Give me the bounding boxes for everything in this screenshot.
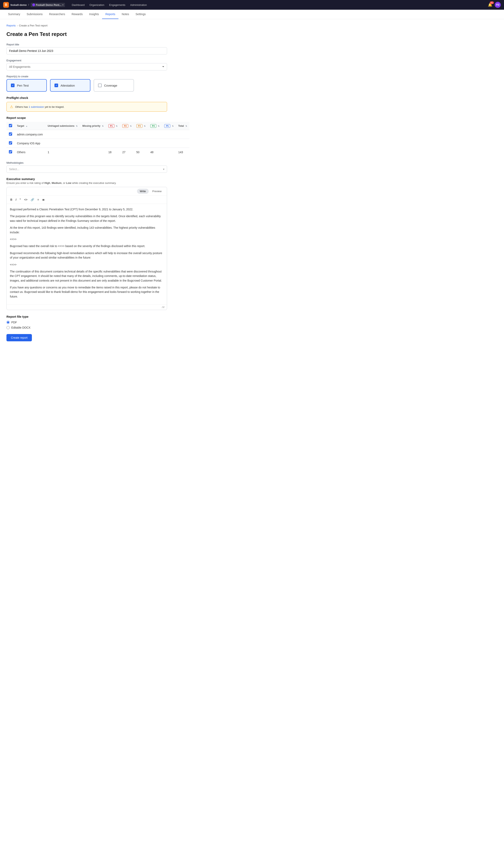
notif-count: 41 [490, 1, 494, 4]
subnav-insights[interactable]: Insights [86, 10, 102, 19]
row2-p3 [134, 139, 148, 148]
th-total: Total ⇅ [176, 122, 190, 130]
report-types-group: Report(s) to create ✓ Pen Test ✓ Attesta… [6, 75, 167, 92]
top-nav-links: Dashboard Organization Engagements Admin… [70, 2, 149, 8]
top-nav-right: 🔔 41 FD [488, 2, 501, 8]
format-italic-button[interactable]: I [14, 197, 18, 202]
pen-test-checkbox: ✓ [11, 84, 15, 87]
report-title-group: Report title [6, 43, 167, 54]
p5-sort-icon: ⇅ [172, 125, 174, 127]
preflight-warning: ⚠ Others has 1 submission yet to be tria… [6, 102, 167, 112]
exec-summary-group: Executive summary Ensure you enter a ris… [6, 177, 167, 310]
warning-text-pre: Others has [15, 105, 29, 108]
file-type-docx[interactable]: Editable DOCX [6, 326, 167, 329]
form-actions: Create report [6, 334, 167, 341]
report-type-pen-test[interactable]: ✓ Pen Test [6, 79, 47, 92]
row3-checkbox[interactable] [9, 150, 12, 154]
subnav-reports[interactable]: Reports [102, 10, 119, 19]
row1-missing-priority [80, 130, 106, 139]
notifications-button[interactable]: 🔔 41 [488, 3, 492, 7]
nav-organization[interactable]: Organization [87, 2, 106, 8]
row2-p4 [148, 139, 162, 148]
pdf-radio[interactable] [6, 321, 10, 324]
report-scope-group: Report scope Target ▲ Untriaged submissi… [6, 116, 167, 156]
th-total-label: Total [178, 125, 184, 127]
brand-separator: / [28, 3, 29, 6]
docx-label: Editable DOCX [11, 326, 31, 329]
methodologies-dropdown[interactable]: Select... ▾ [6, 165, 167, 173]
methodologies-label: Methodologies [6, 161, 167, 164]
p3-badge: P3 [137, 124, 142, 128]
format-bold-button[interactable]: B [9, 197, 14, 202]
report-type-coverage[interactable]: Coverage [94, 79, 134, 92]
row3-p2: 27 [120, 148, 134, 157]
p5-badge: P5 [164, 124, 170, 128]
engagement-select[interactable]: All Engagements [6, 63, 167, 70]
nav-engagements[interactable]: Engagements [107, 2, 127, 8]
program-chevron-icon: ▾ [62, 4, 64, 6]
editor-footer: ↓M [7, 304, 167, 310]
warning-link[interactable]: 1 submission [29, 105, 44, 108]
page-content: Reports › Create a Pen Test report Creat… [0, 19, 174, 346]
row2-checkbox[interactable] [9, 141, 12, 144]
select-all-checkbox[interactable] [9, 124, 12, 127]
subnav-settings[interactable]: Settings [132, 10, 149, 19]
report-type-attestation[interactable]: ✓ Attestation [50, 79, 90, 92]
format-code-button[interactable]: <> [23, 197, 29, 202]
editor-body[interactable]: Bugcrowd performed a Classic Penetration… [7, 204, 167, 304]
row1-total [176, 130, 190, 139]
row3-p1: 18 [106, 148, 120, 157]
breadcrumb-current: Create a Pen Test report [19, 24, 48, 27]
editor-para-2: The purpose of this program was to ident… [10, 214, 164, 223]
preflight-label: Preflight check [6, 96, 167, 100]
nav-dashboard[interactable]: Dashboard [70, 2, 87, 8]
engagement-group: Engagement All Engagements [6, 59, 167, 70]
editor-para-8: The continuation of this document contai… [10, 269, 164, 283]
subnav-notes[interactable]: Notes [119, 10, 132, 19]
methodologies-chevron-icon: ▾ [163, 167, 164, 171]
p3-sort-icon: ⇅ [144, 125, 145, 127]
row3-checkbox-cell [6, 148, 15, 157]
user-avatar[interactable]: FD [495, 2, 501, 8]
total-sort-icon: ⇅ [185, 125, 187, 127]
row2-total [176, 139, 190, 148]
methodologies-group: Methodologies Select... ▾ [6, 161, 167, 173]
editor-para-6: Bugcrowd recommends the following high-l… [10, 251, 164, 260]
exec-hint-suffix: while creating the executive summary. [71, 181, 116, 184]
row2-checkbox-cell [6, 139, 15, 148]
format-list-button[interactable]: ≡ [36, 197, 40, 202]
subnav-rewards[interactable]: Rewards [68, 10, 86, 19]
p1-badge: P1 [108, 124, 114, 128]
editor-format-bar: B I " <> 🔗 ≡ ≣ [7, 196, 167, 204]
program-selector[interactable]: Feskafi Demo Pent... ▾ [31, 3, 65, 7]
breadcrumb-reports-link[interactable]: Reports [6, 24, 16, 27]
subnav-submissions[interactable]: Submissions [23, 10, 46, 19]
th-p5: P5 ⇅ [162, 122, 176, 130]
th-p2: P2 ⇅ [120, 122, 134, 130]
format-quote-button[interactable]: " [18, 197, 22, 202]
row1-p3 [134, 130, 148, 139]
report-title-input[interactable] [6, 47, 167, 54]
breadcrumb: Reports › Create a Pen Test report [6, 24, 167, 27]
row1-p1 [106, 130, 120, 139]
brand[interactable]: B feskafi-demo / Feskafi Demo Pent... ▾ [3, 2, 65, 8]
exec-hint-high: High [44, 181, 50, 184]
row1-checkbox[interactable] [9, 132, 12, 136]
docx-radio[interactable] [6, 326, 10, 329]
coverage-label: Coverage [104, 84, 117, 87]
row3-p4: 48 [148, 148, 162, 157]
subnav-summary[interactable]: Summary [5, 10, 23, 19]
methodologies-placeholder: Select... [9, 167, 19, 171]
subnav-researchers[interactable]: Researchers [46, 10, 68, 19]
th-untriaged-label: Untriaged submissions [48, 125, 74, 127]
warning-text: Others has 1 submission yet to be triage… [15, 105, 65, 108]
editor-preview-tab[interactable]: Preview [149, 189, 164, 194]
methodologies-select-wrapper: Select... ▾ [6, 165, 167, 173]
create-report-button[interactable]: Create report [6, 334, 32, 341]
editor-write-tab[interactable]: Write [137, 189, 149, 194]
format-link-button[interactable]: 🔗 [30, 197, 35, 202]
file-type-pdf[interactable]: PDF [6, 321, 167, 324]
untriaged-sort-icon: ⇅ [76, 125, 77, 127]
nav-administration[interactable]: Administration [128, 2, 149, 8]
format-ordered-list-button[interactable]: ≣ [41, 197, 46, 202]
